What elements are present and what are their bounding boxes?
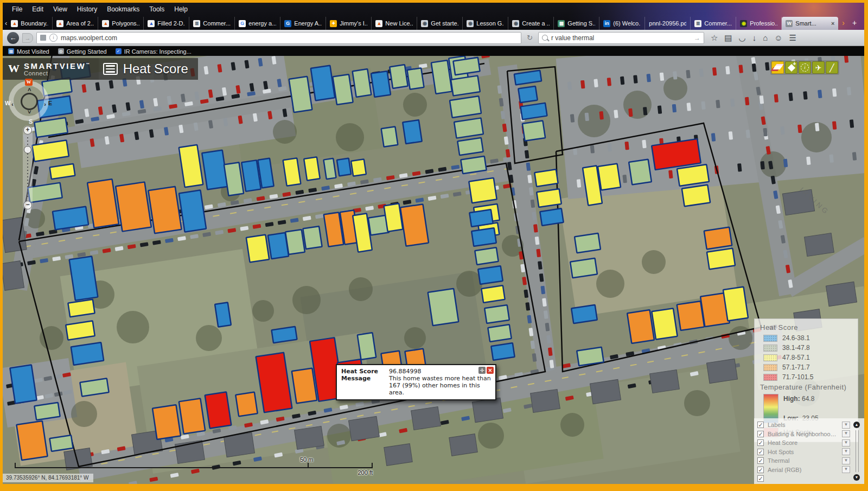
heat-score-building[interactable] — [68, 299, 94, 317]
browser-tab[interactable]: ▲Boundary... — [7, 17, 53, 30]
browser-tab[interactable]: ◉Get starte... — [417, 17, 463, 30]
browser-tab[interactable]: ✦Jimmy's I... — [326, 17, 372, 30]
browser-tab[interactable]: WSmart...× — [782, 17, 838, 30]
heat-score-building[interactable] — [333, 74, 353, 105]
add-data-button[interactable]: + — [785, 61, 797, 74]
heat-score-building[interactable] — [652, 308, 677, 339]
heat-score-building[interactable] — [682, 185, 710, 207]
browser-tab[interactable]: ▲New Lice... — [372, 17, 417, 30]
heat-score-building[interactable] — [723, 287, 748, 321]
heat-score-building[interactable] — [471, 228, 496, 246]
heat-score-building[interactable] — [707, 248, 735, 270]
map-viewport[interactable]: IRVING W SMARTVIEW™ Connect Heat Score +… — [3, 56, 864, 484]
heat-score-building[interactable] — [49, 435, 73, 451]
layer-options-dropdown[interactable]: ▼ — [842, 457, 850, 464]
layer-checkbox[interactable]: ✓ — [757, 467, 764, 473]
zoom-handle[interactable] — [24, 146, 31, 154]
heat-score-building[interactable] — [571, 305, 597, 323]
menu-bookmarks[interactable]: Bookmarks — [102, 4, 144, 15]
menu-history[interactable]: History — [72, 4, 102, 15]
tab-scroll-right[interactable]: › — [838, 18, 848, 30]
heat-score-building[interactable] — [311, 66, 335, 101]
browser-tab[interactable]: ▦Getting S... — [554, 17, 599, 30]
heat-score-building[interactable] — [246, 235, 269, 263]
heat-score-building[interactable] — [475, 247, 498, 265]
menu-tools[interactable]: Tools — [144, 4, 169, 15]
heat-score-building[interactable] — [457, 138, 483, 155]
layer-checkbox[interactable]: ✓ — [757, 457, 764, 464]
heat-score-building[interactable] — [179, 398, 205, 433]
heat-score-building[interactable] — [407, 68, 424, 89]
heat-score-building[interactable] — [152, 405, 181, 439]
browser-tab[interactable]: ◉Professio... — [736, 17, 782, 30]
heat-score-building[interactable] — [337, 158, 351, 176]
layer-checkbox[interactable]: ✓ — [757, 439, 764, 446]
menu-edit[interactable]: Edit — [27, 4, 48, 15]
heat-score-building[interactable] — [351, 159, 366, 176]
layer-checkbox[interactable]: ✓ — [757, 422, 764, 428]
list-tabs-button[interactable]: ▾ — [860, 18, 864, 30]
hamburger-menu-icon[interactable] — [103, 63, 118, 75]
heat-score-building[interactable] — [80, 378, 108, 396]
heat-score-building[interactable] — [461, 156, 486, 174]
heat-score-building[interactable] — [292, 368, 317, 404]
pan-west[interactable]: ‹ — [11, 101, 14, 107]
new-tab-button[interactable]: + — [848, 18, 860, 30]
layer-options-dropdown[interactable]: ▼ — [842, 439, 850, 447]
heat-score-building[interactable] — [534, 169, 558, 187]
heat-score-building[interactable] — [629, 160, 652, 185]
layer-checkbox[interactable]: ✓ — [757, 449, 764, 455]
back-button[interactable]: ← — [7, 32, 19, 44]
browser-tab[interactable]: ▲Area of 2... — [53, 17, 98, 30]
browser-tab[interactable]: in(6) Welco... — [599, 17, 645, 30]
heat-score-building[interactable] — [627, 310, 654, 343]
heat-score-building[interactable] — [491, 343, 514, 360]
scroll-down-button[interactable]: ▼ — [853, 474, 860, 481]
menu-hamburger-icon[interactable]: ☰ — [786, 33, 800, 43]
menu-help[interactable]: Help — [169, 4, 193, 15]
scrollbar-track[interactable] — [856, 430, 859, 472]
zoom-out-button[interactable]: − — [23, 201, 32, 209]
heat-score-building[interactable] — [205, 392, 232, 428]
feedback-smiley-icon[interactable]: ☺ — [771, 33, 786, 43]
heat-score-building[interactable] — [304, 157, 320, 180]
heat-score-building[interactable] — [478, 266, 503, 284]
heat-score-building[interactable] — [381, 126, 398, 146]
heat-score-building[interactable] — [520, 103, 547, 120]
heat-score-building[interactable] — [453, 58, 480, 75]
heat-score-building[interactable] — [469, 178, 496, 203]
zoom-slider[interactable]: + − — [23, 125, 33, 210]
heat-score-building[interactable] — [371, 71, 391, 97]
heat-score-building[interactable] — [428, 289, 459, 326]
downloads-icon[interactable]: ↓ — [749, 33, 760, 43]
heat-score-building[interactable] — [289, 76, 312, 112]
site-info-icon[interactable]: i — [49, 34, 58, 42]
scroll-up-button[interactable]: ▲ — [853, 422, 860, 428]
heat-score-building[interactable] — [283, 158, 301, 186]
layer-checkbox[interactable]: ✓ — [757, 475, 764, 482]
layer-options-dropdown[interactable]: ▼ — [842, 448, 850, 455]
heat-score-building[interactable] — [215, 302, 231, 327]
heat-score-building[interactable] — [34, 403, 60, 420]
heat-score-building[interactable] — [450, 96, 481, 118]
browser-tab[interactable]: ◉Lesson G... — [463, 17, 508, 30]
heat-score-building[interactable] — [540, 208, 563, 226]
heat-score-building[interactable] — [677, 301, 705, 330]
heat-score-building[interactable] — [66, 321, 95, 340]
layer-options-dropdown[interactable]: ▼ — [842, 422, 850, 429]
heat-score-building[interactable] — [488, 324, 511, 342]
layer-options-dropdown[interactable]: ▼ — [842, 430, 850, 437]
bookmark-item[interactable]: ✓IR Cameras: Inspecting... — [116, 48, 192, 55]
popup-close-icon[interactable]: × — [487, 367, 494, 374]
browser-tab[interactable]: ▲Polygons... — [98, 17, 144, 30]
search-text[interactable]: r value thermal — [551, 34, 594, 42]
heat-score-building[interactable] — [271, 327, 297, 343]
layers-scrollbar[interactable]: ▲ ▼ — [853, 422, 860, 481]
compass-center[interactable] — [21, 93, 38, 110]
browser-tab[interactable]: ▲Filled 2-D... — [144, 17, 189, 30]
browser-tab[interactable]: Genergy a... — [235, 17, 280, 30]
browser-tab[interactable]: ◉Create a ... — [508, 17, 554, 30]
popup-move-icon[interactable]: ✛ — [478, 367, 486, 374]
measure-button[interactable]: ╱ — [826, 61, 838, 74]
heat-score-building[interactable] — [598, 164, 621, 190]
